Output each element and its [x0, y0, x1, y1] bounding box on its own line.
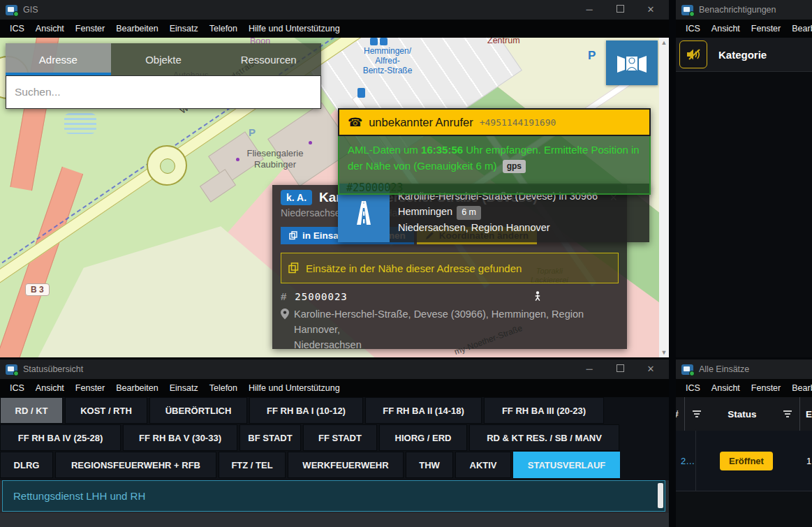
panel-scrollbar[interactable]: [658, 483, 663, 508]
parking-icon: P: [249, 126, 256, 138]
ev-charger-icon: [357, 88, 365, 98]
menu-item-fenster[interactable]: Fenster: [70, 24, 110, 34]
menu-item-fenster[interactable]: Fenster: [70, 383, 110, 393]
status-tab-ff-rh-ba-i-10-12-[interactable]: FF RH BA I (10-12): [249, 397, 363, 424]
incident-row[interactable]: 2… Eröffnet 1: [676, 431, 812, 491]
status-tab-bf-stadt[interactable]: BF STADT: [239, 424, 301, 451]
status-tab-ff-rh-ba-ii-14-18-[interactable]: FF RH BA II (14-18): [365, 397, 482, 424]
menu-item-fenster[interactable]: Fenster: [746, 383, 786, 393]
status-tab-row-3: DLRGREGIONSFEUERWEHR + RFBFTZ / TELWERKF…: [0, 452, 669, 478]
status-tab-hiorg-erd[interactable]: HIORG / ERD: [379, 424, 467, 451]
status-tab-aktiv[interactable]: AKTIV: [455, 452, 511, 478]
scroll-up-icon[interactable]: ▲: [659, 39, 669, 46]
menu-item-einsatz[interactable]: Einsatz: [164, 383, 204, 393]
stack-icon: [288, 262, 299, 274]
menu-item-ansicht[interactable]: Ansicht: [30, 24, 70, 34]
menu-item-hilfe-und-unterst-tzung[interactable]: Hilfe und Unterstützung: [243, 24, 346, 34]
column-header-status[interactable]: Status: [685, 397, 800, 431]
status-tab--ber-rtlich[interactable]: ÜBERÖRTLICH: [149, 397, 247, 424]
map-wetland: [64, 113, 96, 134]
maximize-button[interactable]: [607, 0, 633, 20]
group-panel-label: Rettungsdienst LHH und RH: [13, 490, 145, 502]
map-canvas[interactable]: Boon Zentrum Autohaus Hemmingen/ Alfred-…: [0, 38, 669, 357]
status-badge[interactable]: Eröffnet: [720, 452, 773, 470]
menu-item-hilfe-und-unterst-tzung[interactable]: Hilfe und Unterstützung: [243, 383, 346, 393]
status-tab-row-2: FF RH BA IV (25-28)FF RH BA V (30-33)BF …: [0, 424, 669, 451]
status-tab-statusverlauf[interactable]: STATUSVERLAUF: [513, 452, 620, 478]
tab-adresse[interactable]: Adresse: [6, 43, 111, 75]
hash-icon: #: [281, 290, 286, 302]
map-label-fliesengalerie: Fliesengalerie Raubinger: [235, 148, 316, 170]
incident-id[interactable]: 2…: [681, 456, 695, 466]
menu-item-ics[interactable]: ICS: [4, 383, 30, 393]
column-header-extra[interactable]: E: [800, 409, 812, 420]
search-tabs: Adresse Objekte Ressourcen: [6, 43, 321, 75]
scroll-down-icon[interactable]: ▼: [659, 349, 669, 356]
status-tab-ftz-tel[interactable]: FTZ / TEL: [219, 452, 286, 478]
menu-item-ansicht[interactable]: Ansicht: [30, 383, 70, 393]
availability-badge: k. A.: [281, 190, 312, 205]
menu-item-bearbeiten[interactable]: Bearbeiten: [786, 383, 812, 393]
status-titlebar[interactable]: Statusübersicht ─ ✕: [0, 359, 669, 379]
tab-objekte[interactable]: Objekte: [111, 43, 216, 75]
menu-item-ansicht[interactable]: Ansicht: [706, 383, 746, 393]
status-tab-kost-rth[interactable]: KOST / RTH: [65, 397, 147, 424]
column-header-id[interactable]: #: [676, 397, 685, 431]
caller-header: ☎ unbekannter Anrufer +4951144191690: [338, 108, 651, 136]
window-title: Statusübersicht: [23, 364, 83, 374]
group-panel-rettungsdienst[interactable]: Rettungsdienst LHH und RH: [2, 480, 665, 512]
notifications-list[interactable]: [676, 72, 812, 357]
nearby-incidents-alert[interactable]: Einsätze in der Nähe dieser Adresse gefu…: [281, 253, 619, 283]
gis-titlebar[interactable]: GIS ─ ✕: [0, 0, 669, 20]
map-roundabout: [147, 145, 187, 186]
search-input[interactable]: [6, 75, 321, 109]
status-tab-rd-kt[interactable]: RD / KT: [0, 397, 63, 424]
status-tab-rd-kt-res-sb-manv[interactable]: RD & KT RES. / SB / MANV: [469, 424, 619, 451]
app-icon: [681, 5, 693, 15]
panorama-button[interactable]: [606, 40, 658, 85]
mute-button[interactable]: [679, 40, 707, 68]
address-text: Karoline-Herschel-Straße, Devese (30966)…: [294, 307, 619, 352]
status-tab-thw[interactable]: THW: [406, 452, 453, 478]
menu-item-ics[interactable]: ICS: [4, 24, 30, 34]
menu-item-ics[interactable]: ICS: [680, 383, 706, 393]
minimize-button[interactable]: ─: [577, 359, 602, 379]
menu-item-telefon[interactable]: Telefon: [204, 24, 243, 34]
close-button[interactable]: ✕: [638, 359, 663, 379]
window-title: GIS: [23, 5, 38, 15]
menu-item-telefon[interactable]: Telefon: [204, 383, 243, 393]
status-content: Rettungsdienst LHH und RH: [0, 480, 669, 527]
menu-item-bearbeiten[interactable]: Bearbeiten: [110, 24, 163, 34]
status-tab-ff-rh-ba-iv-25-28-[interactable]: FF RH BA IV (25-28): [0, 424, 121, 451]
menu-item-fenster[interactable]: Fenster: [746, 24, 786, 34]
status-tab-dlrg[interactable]: DLRG: [0, 452, 53, 478]
menu-item-einsatz[interactable]: Einsatz: [164, 24, 204, 34]
filter-icon[interactable]: [783, 410, 792, 418]
caller-name: unbekannter Anrufer: [369, 116, 473, 129]
maximize-button[interactable]: [607, 359, 633, 379]
status-tab-regionsfeuerwehr-rfb[interactable]: REGIONSFEUERWEHR + RFB: [55, 452, 216, 478]
incidents-menubar: ICSAnsichtFensterBearbeiten: [676, 379, 812, 397]
gis-menubar: ICSAnsichtFensterBearbeitenEinsatzTelefo…: [0, 20, 669, 38]
status-tab-werkfeuerwehr[interactable]: WERKFEUERWEHR: [288, 452, 404, 478]
map-scrollbar[interactable]: ▲ ▼: [659, 38, 669, 357]
status-footer-strip: [0, 513, 669, 527]
close-button[interactable]: ✕: [638, 0, 663, 20]
caller-phone-number: +4951144191690: [480, 117, 556, 128]
incident-watermark: #25000023: [346, 180, 403, 195]
window-title: Benachrichtigungen: [699, 5, 776, 15]
window-all-incidents: Alle Einsätze ICSAnsichtFensterBearbeite…: [676, 359, 812, 527]
minimize-button[interactable]: ─: [577, 0, 602, 20]
incidents-titlebar[interactable]: Alle Einsätze: [676, 359, 812, 379]
tab-ressourcen[interactable]: Ressourcen: [216, 43, 321, 75]
status-tab-ff-stadt[interactable]: FF STADT: [303, 424, 377, 451]
menu-item-ansicht[interactable]: Ansicht: [706, 24, 746, 34]
status-tab-ff-rh-ba-iii-20-23-[interactable]: FF RH BA III (20-23): [484, 397, 604, 424]
notifications-titlebar[interactable]: Benachrichtigungen: [676, 0, 812, 20]
status-tab-ff-rh-ba-v-30-33-[interactable]: FF RH BA V (30-33): [123, 424, 237, 451]
menu-item-ics[interactable]: ICS: [680, 24, 706, 34]
menu-item-bearbeiten[interactable]: Bearbeiten: [786, 24, 812, 34]
filter-icon[interactable]: [692, 410, 702, 418]
menu-item-bearbeiten[interactable]: Bearbeiten: [110, 383, 163, 393]
incident-extra-value: 1: [806, 456, 811, 466]
